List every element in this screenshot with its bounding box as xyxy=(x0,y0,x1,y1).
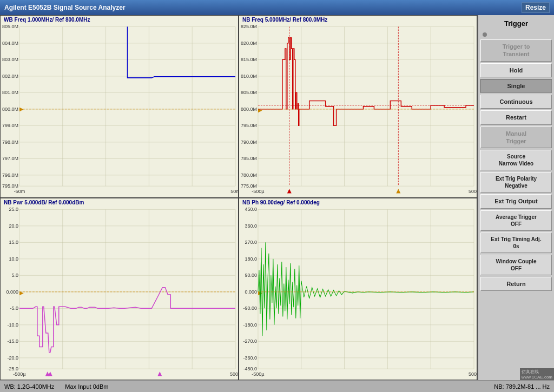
svg-text:803.0M: 803.0M xyxy=(2,57,18,62)
svg-text:805.0M: 805.0M xyxy=(241,90,257,95)
svg-text:90.00: 90.00 xyxy=(245,273,256,278)
svg-text:-5.0: -5.0 xyxy=(10,305,18,311)
ext-trig-output-button[interactable]: Ext Trig Output xyxy=(480,194,552,208)
svg-text:825.0M: 825.0M xyxy=(241,24,257,29)
svg-rect-33 xyxy=(239,16,477,197)
svg-text:798.0M: 798.0M xyxy=(2,139,18,145)
single-button[interactable]: Single xyxy=(480,79,552,93)
svg-text:-500µ: -500µ xyxy=(13,371,25,377)
svg-text:-90.00: -90.00 xyxy=(243,305,257,311)
svg-text:15.0: 15.0 xyxy=(9,240,18,245)
svg-text:780.0M: 780.0M xyxy=(241,172,257,178)
svg-text:500µ: 500µ xyxy=(469,371,477,377)
svg-text:800.0M: 800.0M xyxy=(241,107,257,112)
status-right: NB: 789.2M-81 ... Hz xyxy=(494,383,550,390)
svg-text:796.0M: 796.0M xyxy=(2,172,18,178)
plot-d-title: NB Ph 90.00deg/ Ref 0.000deg xyxy=(242,200,320,205)
svg-text:797.0M: 797.0M xyxy=(2,156,18,161)
ext-trig-polarity-button[interactable]: Ext Trig PolarityNegative xyxy=(480,172,552,192)
plot-nb-freq: NB Freq 5.000MHz/ Ref 800.0MHz (b) 1: -3… xyxy=(239,15,477,198)
svg-text:790.0M: 790.0M xyxy=(241,139,257,145)
svg-text:-50m: -50m xyxy=(14,189,25,194)
svg-text:0.000: 0.000 xyxy=(6,289,18,294)
plot-nb-phase: NB Ph 90.00deg/ Ref 0.000deg (d) xyxy=(239,198,477,381)
right-panel: Trigger Trigger toTransient Hold Single … xyxy=(478,15,554,380)
svg-text:360.0: 360.0 xyxy=(245,223,256,228)
svg-text:50m: 50m xyxy=(230,189,238,194)
svg-text:20.0: 20.0 xyxy=(9,223,18,228)
svg-text:-270.0: -270.0 xyxy=(243,338,257,344)
status-left: WB: 1.2G-400MHz xyxy=(4,383,54,390)
plot-wb-freq: WB Freq 1.000MHz/ Ref 800.0MHz (a) xyxy=(0,15,239,198)
svg-text:820.0M: 820.0M xyxy=(241,41,257,46)
svg-text:-15.0: -15.0 xyxy=(7,338,18,344)
main-content: WB Freq 1.000MHz/ Ref 800.0MHz (a) xyxy=(0,15,554,380)
manual-trigger-button[interactable]: ManualTrigger xyxy=(480,127,552,149)
continuous-button[interactable]: Continuous xyxy=(480,95,552,109)
watermark: 仿真在线www.1CAE.com xyxy=(520,368,554,380)
svg-text:804.0M: 804.0M xyxy=(2,41,18,46)
indicator-row xyxy=(480,31,552,38)
status-center: Max Input 0dBm xyxy=(65,383,108,390)
hold-button[interactable]: Hold xyxy=(480,63,552,77)
indicator-dot xyxy=(483,32,487,37)
svg-text:▶: ▶ xyxy=(258,107,262,113)
svg-text:-450.0: -450.0 xyxy=(243,366,257,371)
svg-text:-360.0: -360.0 xyxy=(243,355,257,360)
svg-text:5.0: 5.0 xyxy=(11,273,18,278)
plot-c-svg: 25.0 20.0 15.0 10.0 5.0 0.000 -5.0 -10.0… xyxy=(1,198,238,380)
panel-title: Trigger xyxy=(480,17,552,30)
svg-text:0.000: 0.000 xyxy=(245,289,256,294)
svg-text:775.0M: 775.0M xyxy=(241,183,257,189)
trigger-to-transient-button[interactable]: Trigger toTransient xyxy=(480,39,552,62)
svg-text:799.0M: 799.0M xyxy=(2,123,18,128)
plot-a-svg: 805.0M 804.0M 803.0M 802.0M 801.0M 800.0… xyxy=(1,16,238,197)
plot-d-svg: 450.0 360.0 270.0 180.0 90.00 0.000 -90.… xyxy=(239,198,477,380)
plot-c-title: NB Pwr 5.000dB/ Ref 0.000dBm xyxy=(4,200,84,205)
svg-text:25.0: 25.0 xyxy=(9,207,18,212)
svg-rect-112 xyxy=(239,198,477,380)
window-couple-button[interactable]: Window CoupleOFF xyxy=(480,255,552,275)
svg-text:-180.0: -180.0 xyxy=(243,322,257,327)
svg-text:-25.0: -25.0 xyxy=(7,366,18,371)
svg-text:801.0M: 801.0M xyxy=(2,90,18,95)
resize-button[interactable]: Resize xyxy=(522,2,550,13)
svg-text:805.0M: 805.0M xyxy=(2,24,18,29)
svg-text:▶: ▶ xyxy=(19,289,24,295)
svg-text:795.0M: 795.0M xyxy=(2,183,18,189)
svg-text:-500µ: -500µ xyxy=(252,371,264,377)
restart-button[interactable]: Restart xyxy=(480,110,552,124)
svg-text:795.0M: 795.0M xyxy=(241,123,257,128)
source-button[interactable]: SourceNarrow Video xyxy=(480,150,552,170)
svg-text:500µ: 500µ xyxy=(230,371,238,377)
svg-text:450.0: 450.0 xyxy=(245,207,256,212)
svg-text:500µ: 500µ xyxy=(469,189,477,194)
ext-trig-timing-button[interactable]: Ext Trig Timing Adj.0s xyxy=(480,232,552,253)
svg-text:785.0M: 785.0M xyxy=(241,156,257,161)
statusbar: WB: 1.2G-400MHz Max Input 0dBm NB: 789.2… xyxy=(0,380,554,392)
svg-text:270.0: 270.0 xyxy=(245,240,256,245)
svg-text:-10.0: -10.0 xyxy=(7,322,18,327)
svg-text:10.0: 10.0 xyxy=(9,256,18,261)
average-trigger-button[interactable]: Average TriggerOFF xyxy=(480,210,552,231)
plot-b-title: NB Freq 5.000MHz/ Ref 800.0MHz xyxy=(242,17,327,23)
plot-a-title: WB Freq 1.000MHz/ Ref 800.0MHz xyxy=(4,17,90,23)
svg-rect-0 xyxy=(1,16,238,197)
plot-nb-pwr: NB Pwr 5.000dB/ Ref 0.000dBm (c) 1: -336… xyxy=(0,198,239,381)
return-button[interactable]: Return xyxy=(480,277,552,291)
plots-area: WB Freq 1.000MHz/ Ref 800.0MHz (a) xyxy=(0,15,478,380)
svg-text:-20.0: -20.0 xyxy=(7,355,18,360)
svg-rect-73 xyxy=(1,198,238,380)
titlebar: Agilent E5052B Signal Source Analyzer Re… xyxy=(0,0,554,15)
svg-text:▶: ▶ xyxy=(19,106,24,112)
svg-text:180.0: 180.0 xyxy=(245,256,256,261)
svg-text:810.0M: 810.0M xyxy=(241,74,257,79)
svg-text:815.0M: 815.0M xyxy=(241,57,257,62)
app-title: Agilent E5052B Signal Source Analyzer xyxy=(4,4,126,11)
plot-b-svg: 825.0M 820.0M 815.0M 810.0M 805.0M 800.0… xyxy=(239,16,477,197)
svg-text:802.0M: 802.0M xyxy=(2,74,18,79)
svg-text:800.0M: 800.0M xyxy=(2,107,18,112)
svg-text:-500µ: -500µ xyxy=(252,189,264,194)
